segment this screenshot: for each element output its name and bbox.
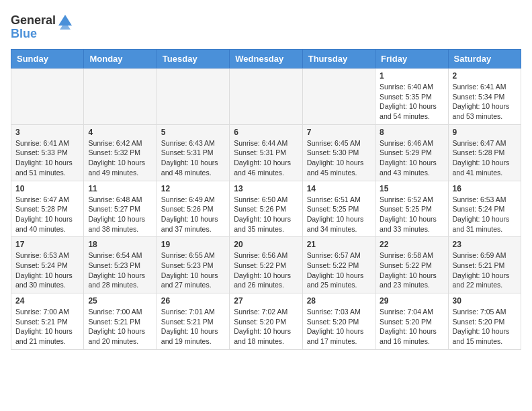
day-info: Sunrise: 6:55 AM Sunset: 5:23 PM Dayligh… xyxy=(161,250,225,290)
calendar-cell: 28Sunrise: 7:03 AM Sunset: 5:20 PM Dayli… xyxy=(302,293,375,350)
calendar-cell: 26Sunrise: 7:01 AM Sunset: 5:21 PM Dayli… xyxy=(157,293,229,350)
day-number: 15 xyxy=(380,184,443,193)
day-number: 29 xyxy=(380,296,443,306)
day-number: 1 xyxy=(380,71,443,81)
calendar-cell: 15Sunrise: 6:52 AM Sunset: 5:25 PM Dayli… xyxy=(375,181,448,237)
day-number: 2 xyxy=(453,71,517,81)
weekday-header: Saturday xyxy=(448,50,521,68)
calendar-cell: 13Sunrise: 6:50 AM Sunset: 5:26 PM Dayli… xyxy=(230,181,302,237)
calendar-cell: 4Sunrise: 6:42 AM Sunset: 5:32 PM Daylig… xyxy=(84,124,157,181)
logo-general-text: General xyxy=(11,13,56,28)
calendar-cell: 9Sunrise: 6:47 AM Sunset: 5:28 PM Daylig… xyxy=(448,124,521,181)
day-number: 22 xyxy=(380,240,443,249)
calendar-week-row: 24Sunrise: 7:00 AM Sunset: 5:21 PM Dayli… xyxy=(11,293,521,350)
day-info: Sunrise: 6:57 AM Sunset: 5:22 PM Dayligh… xyxy=(307,250,371,290)
weekday-header: Thursday xyxy=(302,50,375,68)
calendar-cell xyxy=(84,68,157,125)
calendar-cell: 6Sunrise: 6:44 AM Sunset: 5:31 PM Daylig… xyxy=(230,124,302,181)
calendar-week-row: 10Sunrise: 6:47 AM Sunset: 5:28 PM Dayli… xyxy=(11,181,521,237)
day-number: 24 xyxy=(15,296,79,306)
day-number: 26 xyxy=(161,296,225,306)
day-info: Sunrise: 6:58 AM Sunset: 5:22 PM Dayligh… xyxy=(380,250,443,290)
day-info: Sunrise: 7:00 AM Sunset: 5:21 PM Dayligh… xyxy=(88,307,152,347)
calendar-cell: 5Sunrise: 6:43 AM Sunset: 5:31 PM Daylig… xyxy=(157,124,229,181)
logo: General Blue xyxy=(11,11,75,41)
calendar-cell: 1Sunrise: 6:40 AM Sunset: 5:35 PM Daylig… xyxy=(375,68,448,125)
weekday-header: Sunday xyxy=(11,50,84,68)
day-number: 16 xyxy=(453,184,517,193)
calendar-cell: 3Sunrise: 6:41 AM Sunset: 5:33 PM Daylig… xyxy=(11,124,84,181)
day-info: Sunrise: 6:54 AM Sunset: 5:23 PM Dayligh… xyxy=(88,250,152,290)
day-info: Sunrise: 6:50 AM Sunset: 5:26 PM Dayligh… xyxy=(234,195,298,234)
calendar-cell xyxy=(157,68,229,125)
calendar-week-row: 1Sunrise: 6:40 AM Sunset: 5:35 PM Daylig… xyxy=(11,68,521,125)
calendar-cell: 19Sunrise: 6:55 AM Sunset: 5:23 PM Dayli… xyxy=(157,237,229,293)
day-number: 20 xyxy=(234,240,298,249)
day-number: 14 xyxy=(307,184,371,193)
calendar-header-row: SundayMondayTuesdayWednesdayThursdayFrid… xyxy=(11,50,521,68)
calendar-cell: 14Sunrise: 6:51 AM Sunset: 5:25 PM Dayli… xyxy=(302,181,375,237)
day-info: Sunrise: 6:49 AM Sunset: 5:26 PM Dayligh… xyxy=(161,195,225,234)
calendar-cell: 20Sunrise: 6:56 AM Sunset: 5:22 PM Dayli… xyxy=(230,237,302,293)
day-number: 7 xyxy=(307,128,371,137)
calendar-week-row: 17Sunrise: 6:53 AM Sunset: 5:24 PM Dayli… xyxy=(11,237,521,293)
day-info: Sunrise: 7:04 AM Sunset: 5:20 PM Dayligh… xyxy=(380,307,443,347)
calendar-cell: 11Sunrise: 6:48 AM Sunset: 5:27 PM Dayli… xyxy=(84,181,157,237)
day-info: Sunrise: 7:03 AM Sunset: 5:20 PM Dayligh… xyxy=(307,307,371,347)
day-number: 11 xyxy=(88,184,152,193)
calendar-cell: 25Sunrise: 7:00 AM Sunset: 5:21 PM Dayli… xyxy=(84,293,157,350)
day-number: 19 xyxy=(161,240,225,249)
day-info: Sunrise: 6:59 AM Sunset: 5:21 PM Dayligh… xyxy=(453,250,517,290)
day-number: 23 xyxy=(453,240,517,249)
calendar-cell: 29Sunrise: 7:04 AM Sunset: 5:20 PM Dayli… xyxy=(375,293,448,350)
day-number: 25 xyxy=(88,296,152,306)
day-info: Sunrise: 6:53 AM Sunset: 5:24 PM Dayligh… xyxy=(453,195,517,234)
day-number: 12 xyxy=(161,184,225,193)
calendar-cell: 10Sunrise: 6:47 AM Sunset: 5:28 PM Dayli… xyxy=(11,181,84,237)
day-info: Sunrise: 6:47 AM Sunset: 5:28 PM Dayligh… xyxy=(15,195,79,234)
day-info: Sunrise: 6:42 AM Sunset: 5:32 PM Dayligh… xyxy=(88,138,152,178)
day-info: Sunrise: 7:00 AM Sunset: 5:21 PM Dayligh… xyxy=(15,307,79,347)
day-info: Sunrise: 6:46 AM Sunset: 5:29 PM Dayligh… xyxy=(380,138,443,178)
calendar-cell: 2Sunrise: 6:41 AM Sunset: 5:34 PM Daylig… xyxy=(448,68,521,125)
day-info: Sunrise: 6:48 AM Sunset: 5:27 PM Dayligh… xyxy=(88,195,152,234)
day-number: 17 xyxy=(15,240,79,249)
calendar-cell: 24Sunrise: 7:00 AM Sunset: 5:21 PM Dayli… xyxy=(11,293,84,350)
weekday-header: Friday xyxy=(375,50,448,68)
calendar-cell xyxy=(302,68,375,125)
day-number: 27 xyxy=(234,296,298,306)
logo-icon xyxy=(56,11,75,30)
calendar-cell: 30Sunrise: 7:05 AM Sunset: 5:20 PM Dayli… xyxy=(448,293,521,350)
calendar-cell: 23Sunrise: 6:59 AM Sunset: 5:21 PM Dayli… xyxy=(448,237,521,293)
calendar-cell: 27Sunrise: 7:02 AM Sunset: 5:20 PM Dayli… xyxy=(230,293,302,350)
page-header: General Blue xyxy=(11,11,521,41)
calendar-cell: 17Sunrise: 6:53 AM Sunset: 5:24 PM Dayli… xyxy=(11,237,84,293)
calendar-cell: 22Sunrise: 6:58 AM Sunset: 5:22 PM Dayli… xyxy=(375,237,448,293)
calendar-cell: 8Sunrise: 6:46 AM Sunset: 5:29 PM Daylig… xyxy=(375,124,448,181)
day-info: Sunrise: 6:47 AM Sunset: 5:28 PM Dayligh… xyxy=(453,138,517,178)
weekday-header: Wednesday xyxy=(230,50,302,68)
day-info: Sunrise: 7:02 AM Sunset: 5:20 PM Dayligh… xyxy=(234,307,298,347)
day-info: Sunrise: 6:56 AM Sunset: 5:22 PM Dayligh… xyxy=(234,250,298,290)
calendar-table: SundayMondayTuesdayWednesdayThursdayFrid… xyxy=(11,49,521,350)
calendar-cell: 18Sunrise: 6:54 AM Sunset: 5:23 PM Dayli… xyxy=(84,237,157,293)
day-info: Sunrise: 7:01 AM Sunset: 5:21 PM Dayligh… xyxy=(161,307,225,347)
day-number: 6 xyxy=(234,128,298,137)
day-info: Sunrise: 6:45 AM Sunset: 5:30 PM Dayligh… xyxy=(307,138,371,178)
weekday-header: Tuesday xyxy=(157,50,229,68)
day-number: 3 xyxy=(15,128,79,137)
day-info: Sunrise: 6:44 AM Sunset: 5:31 PM Dayligh… xyxy=(234,138,298,178)
day-number: 4 xyxy=(88,128,152,137)
calendar-week-row: 3Sunrise: 6:41 AM Sunset: 5:33 PM Daylig… xyxy=(11,124,521,181)
day-number: 5 xyxy=(161,128,225,137)
day-number: 13 xyxy=(234,184,298,193)
logo-blue-text: Blue xyxy=(11,27,37,41)
calendar-cell: 12Sunrise: 6:49 AM Sunset: 5:26 PM Dayli… xyxy=(157,181,229,237)
day-info: Sunrise: 6:43 AM Sunset: 5:31 PM Dayligh… xyxy=(161,138,225,178)
day-number: 21 xyxy=(307,240,371,249)
day-number: 8 xyxy=(380,128,443,137)
svg-marker-1 xyxy=(60,26,71,30)
day-info: Sunrise: 6:41 AM Sunset: 5:34 PM Dayligh… xyxy=(453,82,517,122)
day-info: Sunrise: 7:05 AM Sunset: 5:20 PM Dayligh… xyxy=(453,307,517,347)
svg-marker-0 xyxy=(58,15,72,26)
